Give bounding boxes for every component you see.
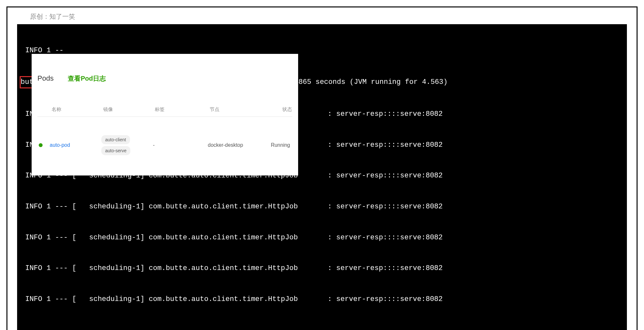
log-line: INFO 1 --- [ scheduling-1] com.butte.aut…: [17, 233, 627, 243]
pods-header-status: 状态: [269, 106, 292, 113]
log-line: INFO 1 --- [ scheduling-1] com.butte.aut…: [17, 202, 627, 212]
pod-tag-value: -: [153, 141, 208, 149]
pod-image-chip[interactable]: auto-client: [101, 135, 130, 144]
pod-name-link[interactable]: auto-pod: [50, 141, 101, 149]
pods-header-tag: 标签: [155, 106, 210, 113]
pod-image-chip[interactable]: auto-serve: [101, 146, 130, 155]
pods-subtitle: 查看Pod日志: [68, 74, 106, 83]
terminal-client-log: INFO 1 -- butte.auto.client.ClientApp : …: [17, 24, 627, 330]
pod-image-chips: auto-client auto-serve: [101, 135, 153, 155]
pods-title: Pods: [37, 73, 54, 84]
pod-node-value: docker-desktop: [208, 141, 267, 149]
pods-header-name: 名称: [52, 106, 103, 113]
pods-panel-header: Pods 查看Pod日志: [37, 73, 292, 84]
attribution-text: 原创：知了一笑: [30, 12, 627, 21]
pod-status-dot-icon: [39, 143, 43, 147]
pods-panel: Pods 查看Pod日志 名称 镜像 标签 节点 状态 auto-pod aut…: [32, 54, 298, 175]
pod-status-value: Running: [267, 141, 290, 149]
pods-table-header: 名称 镜像 标签 节点 状态: [37, 104, 292, 117]
log-line: INFO 1 --- [ scheduling-1] com.butte.aut…: [17, 294, 627, 305]
log-line: INFO 1 --- [ scheduling-1] com.butte.aut…: [17, 263, 627, 274]
pods-header-node: 节点: [210, 106, 269, 113]
pods-header-image: 镜像: [103, 106, 155, 113]
pods-table-row: auto-pod auto-client auto-serve - docker…: [37, 132, 292, 157]
main-container: 原创：知了一笑 INFO 1 -- butte.auto.client.Clie…: [6, 6, 638, 330]
